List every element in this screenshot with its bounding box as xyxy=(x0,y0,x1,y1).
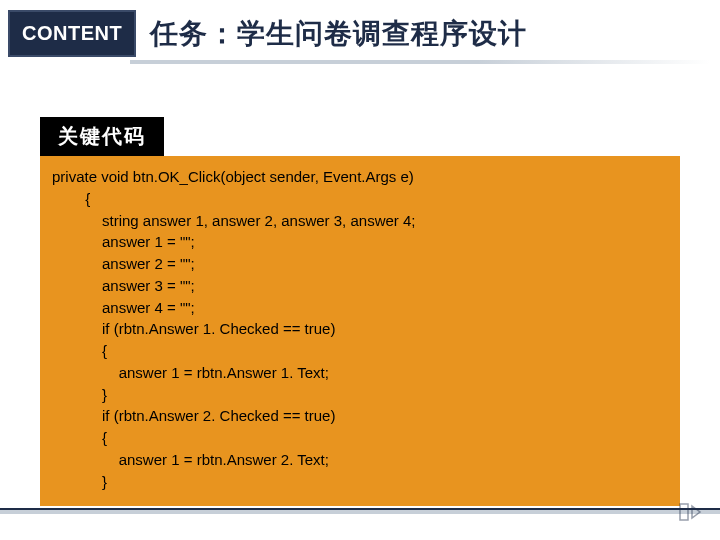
svg-rect-0 xyxy=(680,504,688,520)
content-badge: CONTENT xyxy=(8,10,136,57)
header: CONTENT 任务：学生问卷调查程序设计 xyxy=(0,0,720,57)
svg-marker-1 xyxy=(692,506,700,518)
footer-divider xyxy=(0,508,720,514)
code-section: 关键代码 private void btn.OK_Click(object se… xyxy=(40,117,680,506)
slide-nav-icon xyxy=(678,500,702,524)
code-block: private void btn.OK_Click(object sender,… xyxy=(40,156,680,506)
title-underline xyxy=(130,60,710,64)
code-label: 关键代码 xyxy=(40,117,164,156)
page-title: 任务：学生问卷调查程序设计 xyxy=(150,15,527,53)
